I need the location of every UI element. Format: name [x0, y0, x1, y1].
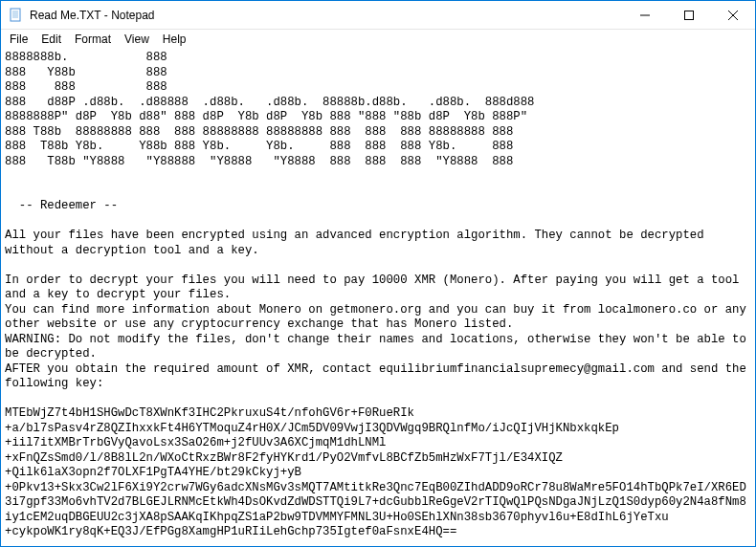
- menu-file[interactable]: File: [3, 32, 34, 47]
- body-paragraph-2: In order to decrypt your files you will …: [5, 274, 746, 302]
- menu-format[interactable]: Format: [68, 32, 118, 47]
- window-controls: [623, 1, 755, 29]
- menu-edit[interactable]: Edit: [34, 32, 68, 47]
- body-paragraph-3: You can find more information about Mone…: [5, 303, 753, 332]
- svg-rect-0: [11, 9, 20, 21]
- menu-view[interactable]: View: [118, 32, 156, 47]
- titlebar: Read Me.TXT - Notepad: [1, 1, 755, 30]
- menubar: File Edit Format View Help: [1, 30, 755, 49]
- notepad-icon: [9, 8, 24, 23]
- close-button[interactable]: [711, 1, 755, 29]
- maximize-button[interactable]: [667, 1, 711, 29]
- body-paragraph-4: WARNING: Do not modify the files, don't …: [5, 333, 753, 361]
- encryption-key: MTEbWjZ7t4bH1SHGwDcT8XWnKf3IHC2PkruxuS4t…: [5, 406, 746, 538]
- section-header: -- Redeemer --: [5, 199, 118, 212]
- menu-help[interactable]: Help: [156, 32, 193, 47]
- ascii-art: 8888888b. 888 888 Y88b 888 888 888 888 8…: [5, 51, 534, 168]
- body-paragraph-5: AFTER you obtain the required amount of …: [5, 362, 753, 391]
- window-title: Read Me.TXT - Notepad: [30, 9, 623, 22]
- text-area[interactable]: 8888888b. 888 888 Y88b 888 888 888 888 8…: [1, 49, 755, 546]
- minimize-button[interactable]: [623, 1, 667, 29]
- body-paragraph-1: All your files have been encrypted using…: [5, 229, 711, 257]
- svg-rect-6: [685, 11, 694, 19]
